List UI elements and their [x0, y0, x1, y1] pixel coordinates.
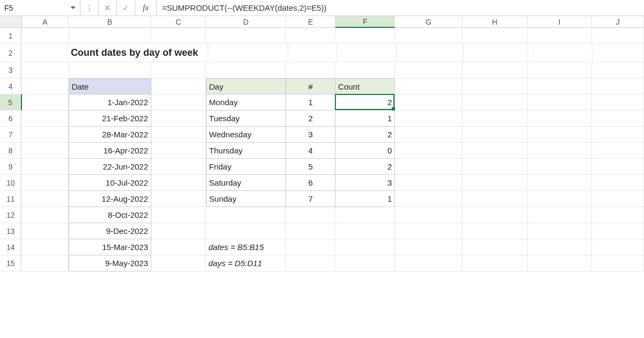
cell-H11[interactable]: [463, 191, 528, 207]
cell-A11[interactable]: [21, 191, 68, 207]
cell-G12[interactable]: [395, 207, 463, 223]
cell-J15[interactable]: [592, 255, 644, 271]
cell-A7[interactable]: [21, 127, 68, 143]
cell-A12[interactable]: [21, 207, 68, 223]
cell-A4[interactable]: [21, 78, 68, 94]
cell-H10[interactable]: [463, 175, 528, 191]
cell-F14[interactable]: [335, 239, 395, 255]
note-dates[interactable]: dates = B5:B15: [206, 239, 287, 255]
cell-H13[interactable]: [463, 223, 528, 239]
row-header[interactable]: 15: [0, 255, 21, 271]
cell-I10[interactable]: [528, 175, 592, 191]
cell-G7[interactable]: [395, 127, 463, 143]
cell-E13[interactable]: [286, 223, 335, 239]
date-cell[interactable]: 12-Aug-2022: [69, 191, 152, 207]
day-cell[interactable]: Friday: [206, 159, 287, 175]
cell-D13[interactable]: [206, 223, 287, 239]
cell-G11[interactable]: [395, 191, 463, 207]
daynum-cell[interactable]: 4: [286, 143, 335, 159]
cell-H7[interactable]: [463, 127, 528, 143]
cell-I11[interactable]: [528, 191, 592, 207]
date-cell[interactable]: 21-Feb-2022: [69, 111, 152, 127]
cell-F12[interactable]: [335, 207, 395, 223]
count-header[interactable]: Count: [335, 78, 395, 94]
cell-E14[interactable]: [286, 239, 335, 255]
cell-H12[interactable]: [463, 207, 528, 223]
cell-J11[interactable]: [592, 191, 644, 207]
row-header[interactable]: 1: [0, 28, 21, 44]
col-header-d[interactable]: D: [206, 16, 287, 28]
row-header[interactable]: 10: [0, 175, 21, 191]
date-cell[interactable]: 8-Oct-2022: [69, 207, 152, 223]
day-cell[interactable]: Tuesday: [206, 111, 287, 127]
col-header-i[interactable]: I: [528, 16, 592, 28]
hash-header[interactable]: #: [286, 78, 335, 94]
cell-J3[interactable]: [592, 62, 644, 78]
daynum-cell[interactable]: 2: [286, 111, 335, 127]
cell-C3[interactable]: [151, 62, 206, 78]
row-header[interactable]: 11: [0, 191, 21, 207]
cell-E12[interactable]: [286, 207, 335, 223]
cell-C2[interactable]: [154, 44, 208, 62]
row-header[interactable]: 14: [0, 239, 21, 255]
date-cell[interactable]: 28-Mar-2022: [69, 127, 152, 143]
cell-I12[interactable]: [528, 207, 592, 223]
cell-A1[interactable]: [21, 28, 68, 44]
cell-F2[interactable]: [337, 44, 397, 62]
cell-G15[interactable]: [395, 255, 463, 271]
date-cell[interactable]: 9-Dec-2022: [69, 223, 152, 239]
cell-A6[interactable]: [21, 111, 68, 127]
cell-A15[interactable]: [21, 255, 68, 271]
cell-I6[interactable]: [528, 111, 592, 127]
cell-C5[interactable]: [151, 94, 206, 111]
cell-H6[interactable]: [463, 111, 528, 127]
cell-H3[interactable]: [463, 62, 528, 78]
date-cell[interactable]: 16-Apr-2022: [69, 143, 152, 159]
cell-I14[interactable]: [528, 239, 592, 255]
row-header[interactable]: 7: [0, 127, 21, 143]
daynum-cell[interactable]: 7: [286, 191, 335, 207]
cell-H14[interactable]: [463, 239, 528, 255]
date-cell[interactable]: 9-May-2023: [69, 255, 152, 271]
row-header[interactable]: 8: [0, 143, 21, 159]
cell-G13[interactable]: [395, 223, 463, 239]
cell-C8[interactable]: [151, 143, 206, 159]
fx-icon[interactable]: fx: [135, 0, 157, 16]
col-header-e[interactable]: E: [286, 16, 335, 28]
cell-E15[interactable]: [286, 255, 335, 271]
col-header-h[interactable]: H: [463, 16, 528, 28]
cell-F13[interactable]: [335, 223, 395, 239]
cell-G10[interactable]: [395, 175, 463, 191]
cell-C7[interactable]: [151, 127, 206, 143]
cell-A14[interactable]: [21, 239, 68, 255]
cell-I13[interactable]: [528, 223, 592, 239]
row-header[interactable]: 2: [0, 44, 21, 62]
cell-G2[interactable]: [397, 44, 464, 62]
cell-C10[interactable]: [151, 175, 206, 191]
row-header[interactable]: 3: [0, 62, 21, 78]
name-box[interactable]: F5: [0, 0, 80, 16]
cell-I1[interactable]: [528, 28, 592, 44]
cell-E1[interactable]: [286, 28, 335, 44]
day-cell[interactable]: Monday: [206, 94, 287, 111]
cell-I2[interactable]: [528, 44, 592, 62]
cell-I9[interactable]: [528, 159, 592, 175]
col-header-b[interactable]: B: [69, 16, 152, 28]
cell-A10[interactable]: [21, 175, 68, 191]
count-cell[interactable]: 1: [335, 111, 395, 127]
col-header-a[interactable]: A: [22, 16, 69, 28]
day-cell[interactable]: Thursday: [206, 143, 287, 159]
cell-G5[interactable]: [395, 94, 463, 111]
cell-G1[interactable]: [395, 28, 463, 44]
page-title[interactable]: Count dates by day of week: [68, 44, 154, 62]
formula-input[interactable]: =SUMPRODUCT(--(WEEKDAY(dates,2)=E5)): [157, 0, 644, 16]
cell-J9[interactable]: [592, 159, 644, 175]
cell-H5[interactable]: [463, 94, 528, 111]
cell-F15[interactable]: [335, 255, 395, 271]
cell-J4[interactable]: [592, 78, 644, 94]
cell-H1[interactable]: [463, 28, 528, 44]
date-cell[interactable]: 10-Jul-2022: [69, 175, 152, 191]
cell-E2[interactable]: [288, 44, 337, 62]
daynum-cell[interactable]: 3: [286, 127, 335, 143]
select-all-corner[interactable]: [0, 16, 22, 28]
